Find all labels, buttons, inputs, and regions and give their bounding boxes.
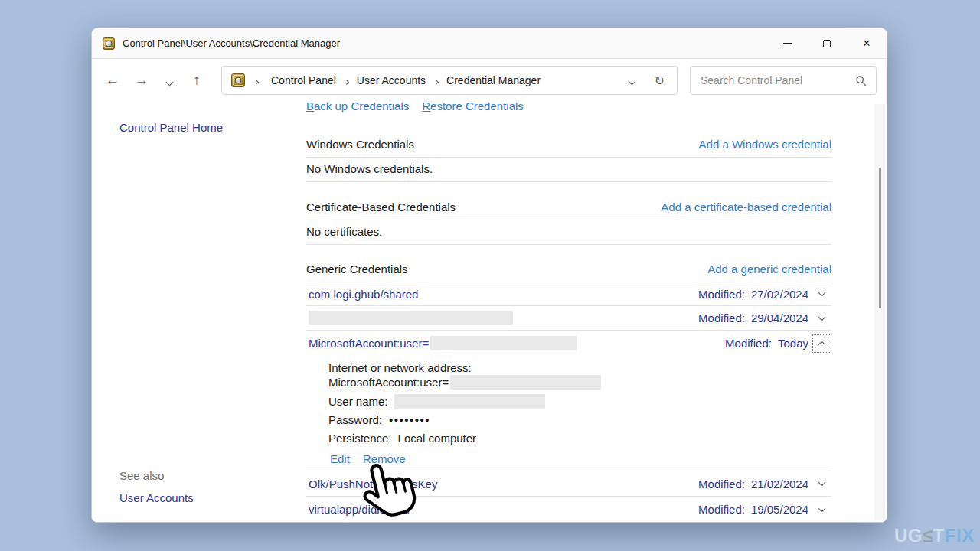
modified-info: Modified:27/02/2024 <box>698 288 808 301</box>
minimize-icon <box>783 43 792 44</box>
close-button[interactable]: ✕ <box>847 28 887 58</box>
password-line: Password:•••••••• <box>328 412 430 428</box>
breadcrumb-item-credential-manager[interactable]: Credential Manager <box>438 74 549 86</box>
modified-info: Modified:19/05/2024 <box>698 503 808 516</box>
window-title: Control Panel\User Accounts\Credential M… <box>122 37 340 49</box>
content-area: Control Panel Home See also User Account… <box>92 103 887 522</box>
search-icon[interactable] <box>856 76 866 86</box>
chevron-down-icon <box>818 479 826 487</box>
expand-chevron-button[interactable] <box>812 500 831 519</box>
breadcrumb-item-control-panel[interactable]: Control Panel <box>263 74 345 86</box>
maximize-icon <box>823 40 831 47</box>
generic-credentials-section-header: Generic Credentials Add a generic creden… <box>306 260 831 282</box>
add-certificate-credential-link[interactable]: Add a certificate-based credential <box>661 201 831 214</box>
see-also-label: See also <box>119 469 164 482</box>
modified-info: Modified:29/04/2024 <box>698 311 808 324</box>
persistence-value: Local computer <box>398 432 477 445</box>
chevron-down-icon <box>818 289 826 297</box>
backup-restore-links: Back up CredentialsRestore Credentials <box>306 103 537 116</box>
vertical-scrollbar[interactable] <box>874 104 885 520</box>
credential-row[interactable]: com.logi.ghub/shared Modified:27/02/2024 <box>306 282 831 306</box>
search-box[interactable] <box>690 66 877 95</box>
chevron-down-icon <box>628 78 635 86</box>
navigation-toolbar: ← → ↑ Control Panel User Accounts Creden… <box>92 59 887 102</box>
search-input[interactable] <box>701 74 856 86</box>
no-certificates-text: No certificates. <box>306 221 831 245</box>
persistence-line: Persistence:Local computer <box>328 430 476 446</box>
scrollbar-thumb[interactable] <box>879 168 881 308</box>
section-title: Generic Credentials <box>306 262 408 276</box>
chevron-down-icon <box>165 79 173 86</box>
collapse-chevron-button[interactable] <box>812 334 831 353</box>
sidebar-item-user-accounts[interactable]: User Accounts <box>119 491 194 504</box>
chevron-right-icon <box>253 80 259 85</box>
credential-name-link[interactable]: MicrosoftAccount:user= <box>306 336 577 350</box>
windows-credentials-section-header: Windows Credentials Add a Windows creden… <box>306 136 831 158</box>
expand-chevron-button[interactable] <box>812 309 831 328</box>
username-line: User name: <box>328 393 545 409</box>
refresh-button[interactable]: ↻ <box>655 73 665 88</box>
section-title: Windows Credentials <box>306 138 414 151</box>
breadcrumb-app-icon <box>231 73 245 87</box>
credential-manager-icon <box>103 37 115 50</box>
chevron-down-icon <box>818 313 826 321</box>
minimize-button[interactable] <box>767 28 807 58</box>
redacted-address-value <box>450 375 601 390</box>
credential-details: Internet or network address: MicrosoftAc… <box>306 356 831 471</box>
add-windows-credential-link[interactable]: Add a Windows credential <box>699 138 831 151</box>
redacted-credential-name <box>430 336 577 350</box>
credential-manager-window: Control Panel\User Accounts\Credential M… <box>91 28 887 523</box>
expand-chevron-button[interactable] <box>812 474 831 493</box>
address-dropdown-button[interactable] <box>629 73 635 87</box>
section-title: Certificate-Based Credentials <box>306 201 456 214</box>
breadcrumb-chevron <box>245 74 263 86</box>
credential-row[interactable]: Modified:29/04/2024 <box>306 306 831 331</box>
address-bar[interactable]: Control Panel User Accounts Credential M… <box>221 66 678 95</box>
certificate-credentials-section-header: Certificate-Based Credentials Add a cert… <box>306 198 831 220</box>
chevron-up-icon <box>818 341 826 349</box>
redacted-username-value <box>394 394 545 409</box>
credential-row-expanded[interactable]: MicrosoftAccount:user= Modified:Today <box>306 331 831 356</box>
expand-chevron-button[interactable] <box>812 285 831 303</box>
nav-up-button[interactable]: ↑ <box>182 72 211 89</box>
close-icon: ✕ <box>863 38 871 48</box>
redacted-credential-name <box>309 311 513 325</box>
edit-link[interactable]: Edit <box>330 452 350 465</box>
nav-recent-pages-button[interactable] <box>156 72 182 89</box>
modified-info: Modified:21/02/2024 <box>698 478 808 491</box>
credential-name-link[interactable]: com.logi.ghub/shared <box>306 288 418 301</box>
window-titlebar[interactable]: Control Panel\User Accounts\Credential M… <box>92 28 887 59</box>
address-value-line: MicrosoftAccount:user= <box>328 374 601 390</box>
backup-credentials-link[interactable]: Back up Credentials <box>306 103 409 112</box>
address-label: Internet or network address: <box>328 360 472 376</box>
add-generic-credential-link[interactable]: Add a generic credential <box>707 262 831 276</box>
restore-credentials-link[interactable]: Restore Credentials <box>422 103 524 112</box>
maximize-button[interactable] <box>807 28 847 58</box>
nav-forward-button[interactable]: → <box>127 72 156 89</box>
ugetfix-watermark: UG≤TFIX <box>894 525 975 546</box>
breadcrumb-item-user-accounts[interactable]: User Accounts <box>348 74 434 86</box>
credential-name-link[interactable] <box>306 311 513 325</box>
nav-back-button[interactable]: ← <box>98 72 127 89</box>
password-dots: •••••••• <box>389 413 430 426</box>
chevron-down-icon <box>818 504 826 512</box>
desktop-background: Control Panel\User Accounts\Credential M… <box>0 0 980 551</box>
no-windows-credentials-text: No Windows credentials. <box>306 158 831 182</box>
modified-info: Modified:Today <box>725 337 808 350</box>
sidebar-item-control-panel-home[interactable]: Control Panel Home <box>119 121 223 134</box>
